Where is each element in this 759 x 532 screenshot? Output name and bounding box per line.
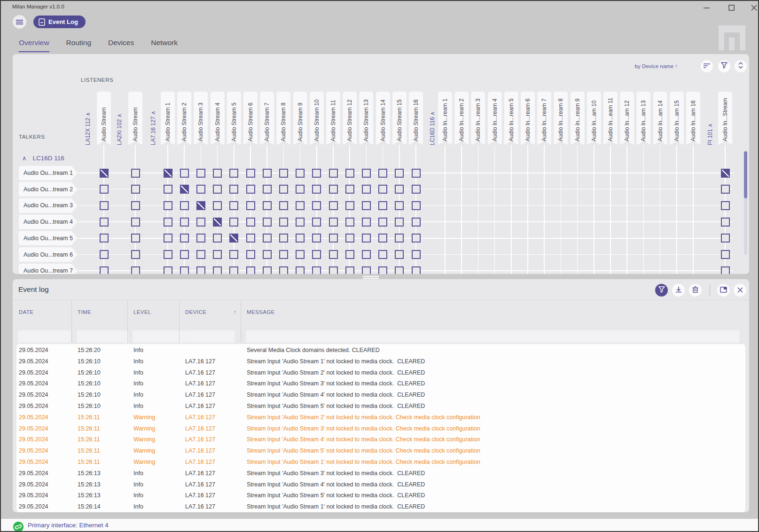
matrix-checkbox[interactable] [395, 169, 404, 178]
listener-stream-tag[interactable]: Audio Stream 12 [343, 92, 357, 145]
matrix-checkbox[interactable] [246, 185, 255, 194]
maximize-button[interactable] [725, 3, 738, 12]
column-filter-input-level[interactable] [133, 330, 184, 343]
matrix-checkbox[interactable] [100, 234, 109, 243]
event-log-button[interactable]: Event Log [33, 16, 86, 28]
listener-stream-tag[interactable]: Audio Stream 6 [243, 92, 258, 145]
listener-stream-tag[interactable]: Audio In...ream 2 [454, 92, 469, 145]
log-download-button[interactable] [672, 284, 685, 297]
listener-device-label[interactable]: LC16D 116 ∧ [429, 94, 437, 145]
matrix-checkbox[interactable] [131, 201, 140, 210]
log-row[interactable]: 29.05.202415:26:14InfoLA7.16 127Stream I… [16, 501, 745, 512]
listener-stream-tag[interactable]: Audio Stream 15 [392, 92, 407, 145]
matrix-checkbox[interactable] [100, 266, 109, 274]
matrix-checkbox[interactable] [263, 250, 272, 259]
matrix-checkbox[interactable] [329, 234, 338, 243]
matrix-checkbox[interactable] [131, 185, 140, 194]
matrix-checkbox[interactable] [296, 201, 305, 210]
listener-stream-tag[interactable]: Audio Stream 10 [310, 92, 324, 145]
matrix-checkbox[interactable] [312, 185, 321, 194]
log-close-button[interactable] [734, 284, 746, 297]
matrix-checkbox[interactable] [362, 185, 371, 194]
matrix-checkbox[interactable] [345, 250, 354, 259]
matrix-checkbox[interactable] [131, 169, 140, 178]
matrix-checkbox[interactable] [378, 266, 387, 274]
matrix-checkbox[interactable] [246, 266, 255, 274]
matrix-checkbox[interactable] [395, 185, 404, 194]
matrix-checkbox[interactable] [246, 169, 255, 178]
listener-stream-tag[interactable]: Audio In...am 15 [670, 92, 684, 145]
listener-stream-tag[interactable]: Audio In...ream 5 [504, 92, 518, 145]
matrix-checkbox[interactable] [378, 169, 387, 178]
matrix-checkbox[interactable] [263, 169, 272, 178]
matrix-checkbox[interactable] [246, 250, 255, 259]
listener-stream-tag[interactable]: Audio In...am 10 [587, 92, 601, 145]
matrix-checkbox[interactable] [180, 218, 189, 227]
log-row[interactable]: 29.05.202415:26:10InfoLA7.16 127Stream I… [16, 389, 745, 400]
matrix-checkbox[interactable] [345, 266, 354, 274]
listener-stream-tag[interactable]: Audio Stream 11 [326, 92, 340, 145]
listener-stream-tag[interactable]: Audio In...ream 6 [521, 92, 535, 145]
log-row[interactable]: 29.05.202415:26:10InfoLA7.16 127Stream I… [16, 378, 745, 389]
matrix-checkbox[interactable] [412, 185, 421, 194]
matrix-checkbox[interactable] [263, 218, 272, 227]
matrix-checkbox[interactable] [362, 169, 371, 178]
log-row[interactable]: 29.05.202415:26:10InfoLA7.16 127Stream I… [16, 356, 745, 367]
matrix-checkbox[interactable] [279, 169, 288, 178]
column-header-message[interactable]: MESSAGE [247, 309, 275, 315]
tab-overview[interactable]: Overview [19, 39, 49, 52]
matrix-checkbox[interactable] [412, 234, 421, 243]
matrix-checkbox[interactable] [213, 234, 222, 243]
matrix-checkbox[interactable] [229, 169, 238, 178]
listener-device-label[interactable]: LA12X 112 ∧ [85, 94, 92, 145]
tab-routing[interactable]: Routing [66, 39, 91, 52]
matrix-checkbox[interactable] [329, 218, 338, 227]
log-row[interactable]: 29.05.202415:26:11WarningLA7.16 127Strea… [16, 445, 745, 456]
matrix-checkbox[interactable] [196, 169, 205, 178]
listener-stream-tag[interactable]: Audio In...ream 3 [471, 92, 485, 145]
matrix-checkbox[interactable] [164, 266, 172, 274]
matrix-checkbox[interactable] [378, 185, 387, 194]
column-header-time[interactable]: TIME [78, 309, 91, 315]
listener-stream-tag[interactable]: Audio In...eam 11 [603, 92, 618, 145]
talker-group-header[interactable]: ∧LC16D 116 [22, 155, 64, 162]
listener-stream-tag[interactable]: Audio In...am 16 [686, 92, 700, 145]
listener-stream-tag[interactable]: Audio In...ream 1 [438, 92, 452, 145]
talker-stream-tag[interactable]: Audio Ou...tream 7 [19, 264, 78, 274]
matrix-checkbox[interactable] [362, 250, 371, 259]
matrix-checkbox-checked[interactable] [229, 234, 238, 243]
talker-stream-tag[interactable]: Audio Ou...tream 1 [19, 166, 78, 180]
matrix-checkbox[interactable] [395, 218, 404, 227]
matrix-checkbox[interactable] [345, 218, 354, 227]
minimize-button[interactable] [700, 3, 713, 12]
matrix-checkbox[interactable] [180, 234, 189, 243]
matrix-checkbox[interactable] [213, 201, 222, 210]
listener-stream-tag[interactable]: Audio Stream 5 [227, 92, 241, 145]
matrix-checkbox[interactable] [131, 250, 140, 259]
matrix-checkbox[interactable] [395, 201, 404, 210]
matrix-checkbox-checked[interactable] [100, 169, 109, 178]
matrix-filter-button[interactable] [718, 60, 730, 72]
log-delete-button[interactable] [689, 284, 702, 297]
column-filter-input-date[interactable] [18, 330, 71, 343]
matrix-checkbox[interactable] [196, 234, 205, 243]
matrix-checkbox[interactable] [279, 218, 288, 227]
matrix-checkbox[interactable] [229, 250, 238, 259]
sort-by-label[interactable]: by Device name ↑ [635, 63, 678, 69]
matrix-checkbox[interactable] [296, 185, 305, 194]
matrix-checkbox-checked[interactable] [180, 185, 189, 194]
matrix-checkbox[interactable] [246, 201, 255, 210]
log-row[interactable]: 29.05.202415:26:13InfoLA7.16 127Stream I… [16, 479, 745, 490]
matrix-checkbox[interactable] [312, 218, 321, 227]
log-filter-button[interactable] [655, 284, 668, 297]
matrix-checkbox[interactable] [412, 250, 421, 259]
log-row[interactable]: 29.05.202415:26:11WarningLA7.16 127Strea… [16, 412, 745, 423]
log-row[interactable]: 29.05.202415:26:11WarningLA7.16 127Strea… [16, 434, 745, 445]
matrix-checkbox[interactable] [279, 266, 288, 274]
matrix-checkbox[interactable] [329, 185, 338, 194]
talker-stream-tag[interactable]: Audio Ou...tream 4 [19, 215, 78, 229]
matrix-checkbox[interactable] [213, 250, 222, 259]
talker-stream-tag[interactable]: Audio Ou...tream 5 [19, 231, 78, 245]
matrix-checkbox[interactable] [721, 266, 730, 274]
matrix-checkbox[interactable] [412, 218, 421, 227]
